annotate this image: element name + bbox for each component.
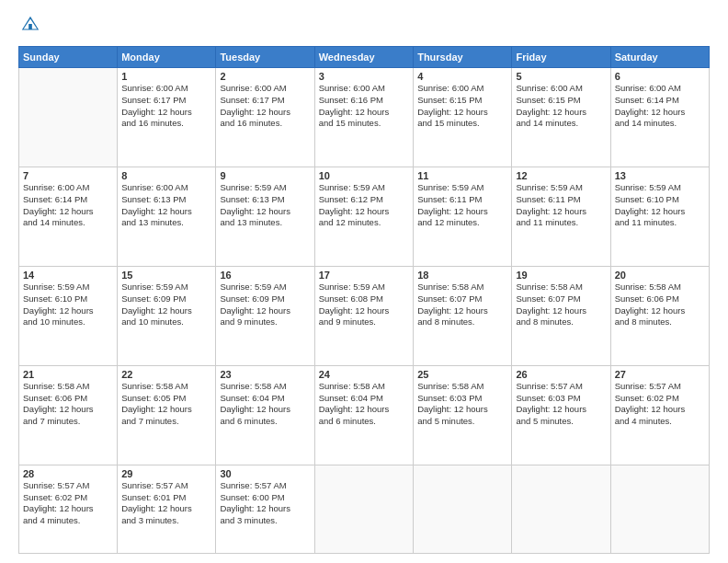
day-number: 9	[220, 170, 310, 181]
day-info: Sunrise: 5:58 AMSunset: 6:05 PMDaylight:…	[121, 381, 211, 428]
calendar-cell: 18Sunrise: 5:58 AMSunset: 6:07 PMDayligh…	[414, 266, 512, 365]
day-number: 10	[319, 170, 409, 181]
calendar-table: SundayMondayTuesdayWednesdayThursdayFrid…	[18, 46, 710, 554]
calendar-week-row: 14Sunrise: 5:59 AMSunset: 6:10 PMDayligh…	[19, 266, 710, 365]
calendar-cell: 9Sunrise: 5:59 AMSunset: 6:13 PMDaylight…	[216, 167, 314, 266]
day-number: 12	[516, 170, 606, 181]
day-info: Sunrise: 6:00 AMSunset: 6:17 PMDaylight:…	[220, 83, 310, 130]
col-header-wednesday: Wednesday	[314, 47, 413, 68]
day-info: Sunrise: 5:59 AMSunset: 6:11 PMDaylight:…	[516, 182, 606, 229]
day-info: Sunrise: 5:59 AMSunset: 6:09 PMDaylight:…	[220, 282, 310, 328]
day-info: Sunrise: 6:00 AMSunset: 6:16 PMDaylight:…	[319, 83, 409, 130]
calendar-cell: 13Sunrise: 5:59 AMSunset: 6:10 PMDayligh…	[610, 167, 709, 266]
day-number: 17	[319, 270, 409, 281]
calendar-cell: 12Sunrise: 5:59 AMSunset: 6:11 PMDayligh…	[512, 167, 610, 266]
col-header-saturday: Saturday	[610, 47, 709, 68]
calendar-cell: 11Sunrise: 5:59 AMSunset: 6:11 PMDayligh…	[414, 167, 512, 266]
day-info: Sunrise: 5:59 AMSunset: 6:13 PMDaylight:…	[220, 182, 310, 229]
calendar-week-row: 21Sunrise: 5:58 AMSunset: 6:06 PMDayligh…	[19, 365, 710, 465]
calendar-cell: 21Sunrise: 5:58 AMSunset: 6:06 PMDayligh…	[19, 365, 118, 465]
calendar-cell: 6Sunrise: 6:00 AMSunset: 6:14 PMDaylight…	[610, 68, 709, 167]
day-number: 27	[615, 369, 705, 380]
day-number: 23	[220, 369, 310, 380]
calendar-cell: 20Sunrise: 5:58 AMSunset: 6:06 PMDayligh…	[610, 266, 709, 365]
calendar-page: SundayMondayTuesdayWednesdayThursdayFrid…	[0, 0, 728, 563]
day-number: 22	[121, 369, 211, 380]
day-number: 15	[121, 270, 211, 281]
day-number: 13	[615, 170, 705, 181]
day-number: 30	[220, 468, 310, 479]
logo	[18, 15, 44, 39]
day-info: Sunrise: 5:57 AMSunset: 6:01 PMDaylight:…	[121, 480, 211, 527]
day-number: 14	[23, 270, 113, 281]
day-info: Sunrise: 5:57 AMSunset: 6:02 PMDaylight:…	[615, 381, 705, 428]
calendar-cell: 27Sunrise: 5:57 AMSunset: 6:02 PMDayligh…	[610, 365, 709, 465]
col-header-tuesday: Tuesday	[216, 47, 314, 68]
calendar-cell: 24Sunrise: 5:58 AMSunset: 6:04 PMDayligh…	[314, 365, 413, 465]
day-number: 24	[319, 369, 409, 380]
day-number: 5	[516, 71, 606, 82]
day-number: 11	[417, 170, 507, 181]
day-number: 21	[23, 369, 113, 380]
day-number: 1	[121, 71, 211, 82]
calendar-cell	[314, 465, 413, 553]
calendar-header-row: SundayMondayTuesdayWednesdayThursdayFrid…	[19, 47, 710, 68]
calendar-cell: 4Sunrise: 6:00 AMSunset: 6:15 PMDaylight…	[414, 68, 512, 167]
calendar-cell: 10Sunrise: 5:59 AMSunset: 6:12 PMDayligh…	[314, 167, 413, 266]
calendar-cell: 23Sunrise: 5:58 AMSunset: 6:04 PMDayligh…	[216, 365, 314, 465]
calendar-cell: 8Sunrise: 6:00 AMSunset: 6:13 PMDaylight…	[118, 167, 216, 266]
day-info: Sunrise: 6:00 AMSunset: 6:14 PMDaylight:…	[615, 83, 705, 130]
day-number: 26	[516, 369, 606, 380]
day-number: 18	[417, 270, 507, 281]
page-header	[18, 15, 710, 39]
day-info: Sunrise: 5:58 AMSunset: 6:04 PMDaylight:…	[319, 381, 409, 428]
calendar-cell	[19, 68, 118, 167]
day-info: Sunrise: 5:59 AMSunset: 6:12 PMDaylight:…	[319, 182, 409, 229]
day-number: 29	[121, 468, 211, 479]
day-info: Sunrise: 6:00 AMSunset: 6:13 PMDaylight:…	[121, 182, 211, 229]
calendar-cell: 16Sunrise: 5:59 AMSunset: 6:09 PMDayligh…	[216, 266, 314, 365]
calendar-cell: 15Sunrise: 5:59 AMSunset: 6:09 PMDayligh…	[118, 266, 216, 365]
day-info: Sunrise: 5:57 AMSunset: 6:03 PMDaylight:…	[516, 381, 606, 428]
calendar-cell: 2Sunrise: 6:00 AMSunset: 6:17 PMDaylight…	[216, 68, 314, 167]
calendar-cell: 7Sunrise: 6:00 AMSunset: 6:14 PMDaylight…	[19, 167, 118, 266]
calendar-cell: 29Sunrise: 5:57 AMSunset: 6:01 PMDayligh…	[118, 465, 216, 553]
day-info: Sunrise: 5:58 AMSunset: 6:06 PMDaylight:…	[615, 282, 705, 328]
day-info: Sunrise: 5:58 AMSunset: 6:03 PMDaylight:…	[417, 381, 507, 428]
logo-icon	[20, 15, 40, 35]
calendar-cell: 22Sunrise: 5:58 AMSunset: 6:05 PMDayligh…	[118, 365, 216, 465]
calendar-cell: 30Sunrise: 5:57 AMSunset: 6:00 PMDayligh…	[216, 465, 314, 553]
day-number: 19	[516, 270, 606, 281]
day-info: Sunrise: 5:58 AMSunset: 6:06 PMDaylight:…	[23, 381, 113, 428]
day-number: 7	[23, 170, 113, 181]
day-info: Sunrise: 5:57 AMSunset: 6:02 PMDaylight:…	[23, 480, 113, 527]
day-number: 16	[220, 270, 310, 281]
day-info: Sunrise: 5:58 AMSunset: 6:04 PMDaylight:…	[220, 381, 310, 428]
calendar-week-row: 1Sunrise: 6:00 AMSunset: 6:17 PMDaylight…	[19, 68, 710, 167]
day-info: Sunrise: 5:58 AMSunset: 6:07 PMDaylight:…	[417, 282, 507, 328]
day-info: Sunrise: 6:00 AMSunset: 6:15 PMDaylight:…	[417, 83, 507, 130]
calendar-cell: 1Sunrise: 6:00 AMSunset: 6:17 PMDaylight…	[118, 68, 216, 167]
col-header-thursday: Thursday	[414, 47, 512, 68]
calendar-cell	[414, 465, 512, 553]
col-header-sunday: Sunday	[19, 47, 118, 68]
calendar-cell	[512, 465, 610, 553]
day-info: Sunrise: 5:59 AMSunset: 6:11 PMDaylight:…	[417, 182, 507, 229]
calendar-week-row: 7Sunrise: 6:00 AMSunset: 6:14 PMDaylight…	[19, 167, 710, 266]
day-info: Sunrise: 5:58 AMSunset: 6:07 PMDaylight:…	[516, 282, 606, 328]
col-header-monday: Monday	[118, 47, 216, 68]
calendar-cell: 26Sunrise: 5:57 AMSunset: 6:03 PMDayligh…	[512, 365, 610, 465]
day-number: 25	[417, 369, 507, 380]
calendar-cell: 17Sunrise: 5:59 AMSunset: 6:08 PMDayligh…	[314, 266, 413, 365]
day-number: 28	[23, 468, 113, 479]
calendar-cell: 3Sunrise: 6:00 AMSunset: 6:16 PMDaylight…	[314, 68, 413, 167]
day-info: Sunrise: 5:59 AMSunset: 6:09 PMDaylight:…	[121, 282, 211, 328]
calendar-cell: 14Sunrise: 5:59 AMSunset: 6:10 PMDayligh…	[19, 266, 118, 365]
day-number: 4	[417, 71, 507, 82]
day-number: 6	[615, 71, 705, 82]
day-info: Sunrise: 5:59 AMSunset: 6:08 PMDaylight:…	[319, 282, 409, 328]
day-info: Sunrise: 5:57 AMSunset: 6:00 PMDaylight:…	[220, 480, 310, 527]
day-number: 2	[220, 71, 310, 82]
day-info: Sunrise: 5:59 AMSunset: 6:10 PMDaylight:…	[23, 282, 113, 328]
day-info: Sunrise: 6:00 AMSunset: 6:15 PMDaylight:…	[516, 83, 606, 130]
